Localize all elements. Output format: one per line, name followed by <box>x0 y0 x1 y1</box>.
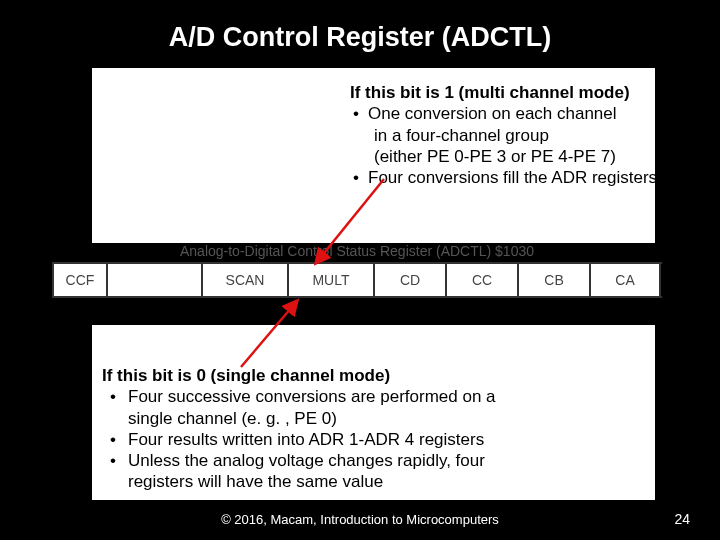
register-caption: Analog-to-Digital Control Status Registe… <box>52 243 662 262</box>
multi-channel-block: If this bit is 1 (multi channel mode) On… <box>350 82 710 188</box>
single-bullet-3-cont: registers will have the same value <box>102 471 572 492</box>
reg-cell-ccf: CCF <box>52 264 106 296</box>
single-bullet-1-cont: single channel (e. g. , PE 0) <box>102 408 572 429</box>
footer-page-number: 24 <box>674 511 690 527</box>
reg-cell-cc: CC <box>445 264 517 296</box>
reg-cell-mult: MULT <box>287 264 373 296</box>
register-diagram: Analog-to-Digital Control Status Registe… <box>52 243 662 298</box>
multi-bullet-1-cont2: (either PE 0-PE 3 or PE 4-PE 7) <box>350 146 710 167</box>
reg-cell-blank <box>106 264 201 296</box>
single-bullet-3: Unless the analog voltage changes rapidl… <box>102 450 572 471</box>
slide-title: A/D Control Register (ADCTL) <box>0 0 720 53</box>
reg-cell-scan: SCAN <box>201 264 287 296</box>
single-bullet-1: Four successive conversions are performe… <box>102 386 572 407</box>
register-table: CCF SCAN MULT CD CC CB CA <box>52 262 662 298</box>
single-channel-block: If this bit is 0 (single channel mode) F… <box>102 365 572 493</box>
multi-heading: If this bit is 1 (multi channel mode) <box>350 82 710 103</box>
single-bullet-2: Four results written into ADR 1-ADR 4 re… <box>102 429 572 450</box>
reg-cell-ca: CA <box>589 264 661 296</box>
reg-cell-cb: CB <box>517 264 589 296</box>
reg-cell-cd: CD <box>373 264 445 296</box>
footer-citation: © 2016, Macam, Introduction to Microcomp… <box>0 512 720 527</box>
multi-bullet-1: One conversion on each channel <box>350 103 710 124</box>
multi-bullet-1-cont1: in a four-channel group <box>350 125 710 146</box>
multi-bullet-2: Four conversions fill the ADR registers <box>350 167 710 188</box>
single-heading: If this bit is 0 (single channel mode) <box>102 365 572 386</box>
